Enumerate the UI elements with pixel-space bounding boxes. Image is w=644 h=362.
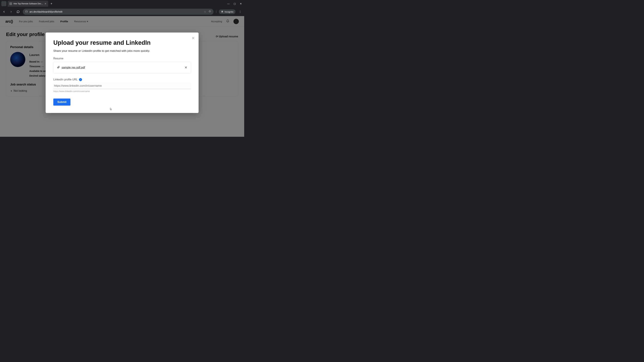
- bookmark-icon[interactable]: ☆: [204, 10, 206, 13]
- tab-title: Hire Top Remote Software Dev…: [14, 2, 43, 5]
- modal-subtitle: Share your resume or LinkedIn profile to…: [53, 49, 191, 53]
- site-info-icon[interactable]: [25, 10, 28, 13]
- chrome-menu-icon[interactable]: ⋮: [238, 10, 242, 13]
- address-bar[interactable]: arc.dev/dashboard/d/profile/edit ☆: [23, 9, 214, 15]
- tab-strip: Hire Top Remote Software Dev… ✕ + — ▢ ✕: [0, 0, 244, 7]
- linkedin-label: LinkedIn profile URL ✓: [53, 78, 191, 81]
- url-text: arc.dev/dashboard/d/profile/edit: [30, 10, 62, 13]
- close-window-icon[interactable]: ✕: [240, 2, 242, 5]
- forward-button[interactable]: [9, 10, 14, 13]
- modal-title: Upload your resume and LinkedIn: [53, 39, 191, 46]
- upload-resume-modal: ✕ Upload your resume and LinkedIn Share …: [46, 32, 198, 113]
- paperclip-icon: [57, 66, 60, 69]
- minimize-icon[interactable]: —: [227, 2, 230, 5]
- resume-file-box: sample res pdf.pdf ✕: [53, 62, 191, 73]
- submit-button[interactable]: Submit: [53, 98, 70, 106]
- back-button[interactable]: [2, 10, 6, 13]
- toolbar: arc.dev/dashboard/d/profile/edit ☆ | Inc…: [0, 7, 244, 16]
- reload-button[interactable]: [16, 10, 20, 13]
- resume-file-link[interactable]: sample res pdf.pdf: [62, 66, 85, 69]
- verified-badge-icon: ✓: [79, 78, 82, 81]
- svg-rect-0: [26, 11, 28, 12]
- incognito-label: Incognito: [224, 10, 234, 13]
- linkedin-url-input[interactable]: [53, 83, 191, 89]
- new-tab-button[interactable]: +: [50, 2, 52, 5]
- maximize-icon[interactable]: ▢: [234, 2, 236, 5]
- modal-close-button[interactable]: ✕: [192, 36, 195, 40]
- incognito-chip[interactable]: Incognito: [219, 9, 236, 14]
- browser-chrome: Hire Top Remote Software Dev… ✕ + — ▢ ✕ …: [0, 0, 244, 16]
- svg-point-1: [222, 12, 222, 12]
- linkedin-hint: https://www.linkedin.com/in/username: [53, 90, 191, 92]
- extensions-icon[interactable]: [208, 10, 211, 13]
- remove-file-button[interactable]: ✕: [184, 65, 187, 69]
- window-controls: — ▢ ✕: [227, 2, 244, 5]
- tab-search-button[interactable]: [1, 1, 6, 6]
- svg-point-2: [222, 12, 223, 12]
- cursor-icon: [109, 107, 112, 111]
- favicon-icon: [10, 2, 12, 5]
- browser-tab[interactable]: Hire Top Remote Software Dev… ✕: [8, 1, 48, 7]
- resume-label: Resume: [53, 57, 191, 60]
- close-tab-icon[interactable]: ✕: [44, 2, 46, 5]
